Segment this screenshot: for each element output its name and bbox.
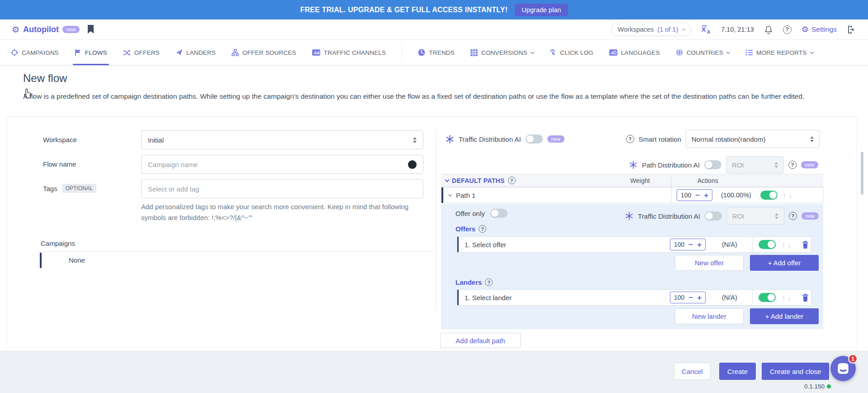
nav-offer-sources[interactable]: OFFER SOURCES [232, 40, 296, 65]
nav-flows[interactable]: FLOWS [75, 40, 107, 65]
delete-lander-icon[interactable] [802, 294, 809, 302]
status-dot [827, 384, 831, 388]
plus-button[interactable]: + [704, 192, 708, 199]
path-weight-percent: (100.00%) [721, 192, 751, 199]
translate-icon[interactable]: X A [701, 25, 711, 34]
roi-value: ROI [732, 161, 744, 169]
help-icon[interactable]: ? [479, 225, 486, 233]
move-down-icon[interactable]: ↓ [788, 241, 792, 249]
tags-input[interactable] [148, 185, 417, 193]
new-lander-button[interactable]: New lander [675, 308, 744, 324]
row-marker [441, 187, 443, 203]
select-chevrons-icon [775, 213, 778, 219]
nav-campaigns[interactable]: CAMPAIGNS [11, 40, 59, 65]
campaigns-value: None [69, 256, 85, 264]
lander-select[interactable]: 1. Select lander [465, 294, 512, 302]
chat-widget-button[interactable]: 1 [830, 356, 856, 381]
smart-rotation-value: Normal rotation(random) [692, 135, 765, 143]
move-down-icon[interactable]: ↓ [788, 294, 792, 302]
divider [752, 237, 753, 252]
scrollbar-thumb[interactable] [861, 152, 863, 195]
row-marker [457, 237, 459, 252]
flow-name-input[interactable] [148, 161, 408, 168]
lander-weight-value[interactable]: 100 [674, 294, 684, 301]
add-offer-button[interactable]: + Add offer [750, 255, 819, 271]
chevron-down-icon[interactable] [445, 177, 450, 182]
offer-weight-value[interactable]: 100 [674, 241, 684, 248]
autopilot-logo[interactable]: ⚙ Autopilot new [12, 25, 80, 34]
nav-click-log[interactable]: CLICK LOG [550, 40, 593, 65]
nav-offers[interactable]: OFFERS [123, 40, 160, 65]
settings-button[interactable]: ⚙ Settings [802, 25, 837, 34]
offer-enabled-toggle[interactable] [759, 240, 776, 249]
chevron-down-icon[interactable] [448, 193, 452, 196]
landers-heading: Landers ? [455, 278, 493, 286]
help-icon[interactable]: ? [788, 161, 797, 169]
offer-select[interactable]: 1. Select offer [465, 241, 506, 249]
create-button[interactable]: Create [719, 363, 756, 380]
traffic-ai-toggle[interactable] [526, 134, 543, 144]
weight-column-header: Weight [620, 177, 660, 184]
help-icon[interactable]: ? [626, 135, 634, 143]
add-lander-button[interactable]: + Add lander [750, 308, 819, 324]
traffic-ai-label: Traffic Distribution AI [638, 212, 700, 220]
path-weight-control: 100 − + [677, 189, 712, 201]
logout-icon[interactable] [847, 25, 856, 34]
nav-more-reports[interactable]: MORE REPORTS [745, 40, 813, 65]
move-down-icon[interactable]: ↓ [789, 192, 792, 199]
nav-traffic-channels[interactable]: Ad TRAFFIC CHANNELS [312, 40, 386, 65]
delete-offer-icon[interactable] [802, 241, 809, 249]
version-info: 0.1.150 [804, 383, 831, 390]
add-default-path-button[interactable]: Add default path [440, 333, 521, 348]
path-ai-toggle[interactable] [704, 160, 721, 169]
cancel-button[interactable]: Cancel [674, 363, 711, 380]
upgrade-plan-button[interactable]: Upgrade plan [515, 4, 568, 16]
nav-conversions[interactable]: CONVERSIONS [470, 40, 534, 65]
lander-weight-control: 100 − + [670, 292, 706, 303]
path-traffic-ai-toggle[interactable] [705, 211, 722, 220]
minus-button[interactable]: − [688, 241, 693, 249]
minus-button[interactable]: − [688, 294, 693, 302]
plus-button[interactable]: + [697, 241, 702, 249]
new-badge: new [802, 212, 819, 220]
move-up-icon[interactable]: ↑ [782, 294, 786, 302]
landers-title: Landers [455, 278, 482, 286]
help-icon[interactable]: ? [783, 25, 792, 34]
bookmark-icon[interactable] [87, 25, 95, 34]
workspace-select[interactable]: Initial [141, 130, 423, 149]
flow-name-indicator[interactable] [408, 160, 417, 169]
lander-stat: (N/A) [722, 294, 737, 301]
click-icon [550, 49, 556, 56]
plus-button[interactable]: + [697, 294, 702, 302]
path-name: Path 1 [456, 192, 475, 199]
move-up-icon[interactable]: ↑ [783, 192, 787, 199]
nav-languages[interactable]: A LANGUAGES [609, 40, 660, 65]
offer-stat: (N/A) [722, 241, 737, 248]
path-enabled-toggle[interactable] [760, 191, 778, 200]
help-icon[interactable]: ? [485, 278, 493, 286]
nav-countries[interactable]: COUNTRIES [676, 40, 730, 65]
path-weight-value[interactable]: 100 [681, 192, 691, 199]
page-title: New flow [23, 72, 67, 85]
smart-rotation-select[interactable]: Normal rotation(random) [686, 130, 820, 148]
new-flow-form: New flow A flow is a predefined set of c… [0, 66, 868, 350]
traffic-ai-metric-select[interactable]: ROI [726, 207, 784, 225]
create-and-close-button[interactable]: Create and close [762, 363, 829, 380]
help-icon[interactable]: ? [508, 177, 516, 184]
move-up-icon[interactable]: ↑ [782, 241, 786, 249]
lander-enabled-toggle[interactable] [759, 293, 776, 302]
minus-button[interactable]: − [695, 192, 700, 199]
path-ai-metric-select[interactable]: ROI [726, 156, 784, 173]
nav-trends[interactable]: TRENDS [418, 40, 455, 65]
nav-landers[interactable]: LANDERS [175, 40, 216, 65]
help-icon[interactable]: ? [789, 212, 797, 220]
logo-new-badge: new [62, 26, 80, 33]
workspaces-selector[interactable]: Workspaces (1 of 1) [611, 23, 691, 36]
notifications-bell-icon[interactable] [764, 25, 773, 34]
new-offer-button[interactable]: New offer [675, 255, 744, 271]
tags-label: Tags [43, 185, 57, 192]
ad-icon: Ad [312, 49, 320, 56]
offers-title: Offers [455, 225, 475, 233]
offer-only-toggle[interactable] [490, 209, 508, 218]
sitemap-icon [232, 49, 239, 56]
